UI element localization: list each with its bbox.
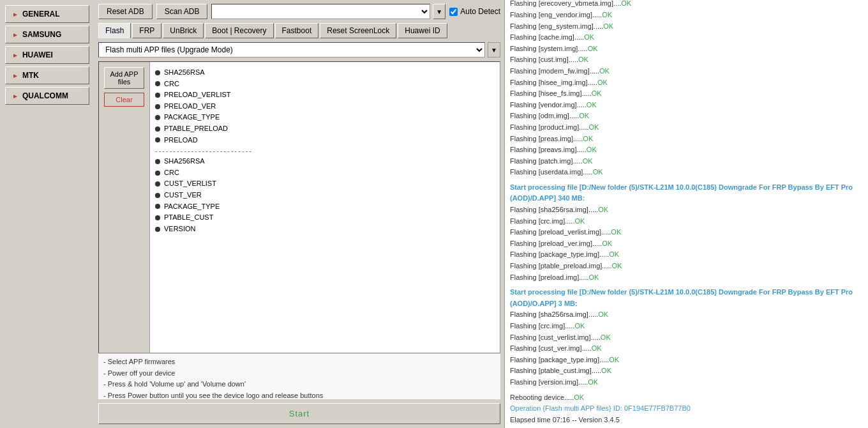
tab-reset_screenlock[interactable]: Reset ScreenLock — [320, 23, 396, 38]
sidebar-item-samsung[interactable]: ►SAMSUNG — [5, 26, 89, 43]
log-text: Elapsed time 07:16 -- Version 3.4.5 — [510, 416, 620, 424]
add-app-files-button[interactable]: Add APP files — [104, 67, 144, 89]
log-text: Flashing [ptable_cust.img]..... — [510, 367, 601, 374]
log-entry: Flashing [preload_verlist.img].....OK — [510, 227, 863, 238]
log-entry: Flashing [crc.img].....OK — [510, 321, 863, 332]
log-text: Flashing [package_type.img]..... — [510, 356, 609, 363]
log-text: OK — [612, 262, 622, 270]
reset-adb-button[interactable]: Reset ADB — [98, 4, 153, 19]
log-text: Flashing [sha256rsa.img]..... — [510, 310, 598, 318]
file-name: CRC — [164, 79, 179, 90]
bullet-icon — [155, 227, 160, 232]
app-panel: Add APP files Clear SHA256RSACRCPRELOAD_… — [98, 61, 500, 353]
log-entry: Flashing [hisee_img.img].....OK — [510, 77, 863, 89]
list-item: CRC — [155, 79, 495, 90]
log-text: Flashing [userdata.img]..... — [510, 168, 593, 176]
start-button[interactable]: Start — [98, 403, 500, 424]
flash-mode-dropdown-button[interactable]: ▼ — [488, 42, 500, 57]
log-text: OK — [609, 356, 619, 363]
log-text: OK — [603, 22, 613, 30]
tab-frp[interactable]: FRP — [132, 23, 161, 38]
log-entry: Flashing [erecovery_vbmeta.img]....OK — [510, 0, 863, 10]
arrow-icon: ► — [12, 52, 19, 59]
log-entry: Flashing [cust.img].....OK — [510, 54, 863, 66]
log-text: OK — [583, 157, 593, 165]
scan-adb-button[interactable]: Scan ADB — [156, 4, 208, 19]
log-text: OK — [602, 240, 612, 247]
log-entry: Start processing file [D:/New folder (5)… — [510, 182, 863, 204]
bullet-icon — [155, 81, 160, 86]
file-name: CUST_VER — [164, 190, 202, 201]
auto-detect-checkbox[interactable] — [449, 8, 458, 16]
log-entry: Flashing [product.img].....OK — [510, 122, 863, 134]
bullet-icon — [155, 126, 160, 132]
file-list: SHA256RSACRCPRELOAD_VERLISTPRELOAD_VERPA… — [150, 62, 500, 353]
log-text: OK — [593, 168, 603, 176]
bullet-icon — [155, 171, 160, 176]
log-entry: Flashing [preload.img].....OK — [510, 272, 863, 284]
bullet-icon — [155, 70, 160, 75]
bullet-icon — [155, 159, 160, 164]
flash-mode-wrap: Flash multi APP files (Upgrade Mode) ▼ — [98, 42, 500, 57]
log-text: Flashing [ptable_preload.img]..... — [510, 262, 612, 270]
sidebar-item-general[interactable]: ►GENERAL — [5, 5, 89, 23]
list-item: PRELOAD — [155, 135, 495, 146]
log-text: Flashing [preavs.img]..... — [510, 146, 587, 153]
sidebar-label: GENERAL — [22, 10, 60, 19]
log-entry: Flashing [preas.img].....OK — [510, 134, 863, 145]
tab-boot_recovery[interactable]: Boot | Recovery — [205, 23, 273, 38]
list-item: PTABLE_CUST — [155, 212, 495, 224]
auto-detect-label: Auto Detect — [460, 7, 500, 16]
list-item: CUST_VERLIST — [155, 178, 495, 190]
log-text: OK — [589, 273, 599, 281]
file-name: SHA256RSA — [164, 156, 205, 167]
log-text: OK — [599, 67, 610, 75]
log-text: OK — [611, 228, 621, 236]
file-name: PRELOAD_VER — [164, 101, 216, 112]
instructions-area: - Select APP firmwares- Power off your d… — [98, 353, 500, 399]
instruction-line: - Press & hold 'Volume up' and 'Volume d… — [103, 379, 495, 390]
sidebar-item-huawei[interactable]: ►HUAWEI — [5, 46, 89, 64]
arrow-icon: ► — [12, 72, 19, 79]
log-entry: Flashing [hisee_fs.img].....OK — [510, 88, 863, 100]
port-select[interactable] — [211, 4, 430, 19]
flash-mode-select[interactable]: Flash multi APP files (Upgrade Mode) — [98, 42, 485, 57]
log-text: OK — [574, 394, 584, 401]
log-text: OK — [583, 135, 593, 142]
separator: --------------------------- — [155, 146, 495, 156]
log-entry: Flashing [eng_system.img].....OK — [510, 21, 863, 33]
log-text: OK — [589, 123, 599, 131]
port-dropdown-button[interactable]: ▼ — [433, 4, 445, 19]
list-item: PTABLE_PRELOAD — [155, 123, 495, 135]
sidebar-item-mtk[interactable]: ►MTK — [5, 66, 89, 84]
list-item: PACKAGE_TYPE — [155, 112, 495, 123]
log-text: Flashing [package_type.img]..... — [510, 250, 609, 258]
log-text: OK — [588, 378, 598, 386]
sidebar-label: QUALCOMM — [22, 91, 68, 100]
bullet-icon — [155, 137, 160, 142]
tab-fastboot[interactable]: Fastboot — [275, 23, 319, 38]
bullet-icon — [155, 193, 160, 198]
list-item: PRELOAD_VER — [155, 101, 495, 112]
tab-unbrick[interactable]: UnBrick — [163, 23, 204, 38]
app-panel-buttons: Add APP files Clear — [99, 62, 150, 353]
file-name: PTABLE_CUST — [164, 212, 213, 224]
tab-huawei_id[interactable]: Huawei ID — [398, 23, 447, 38]
log-text: OK — [609, 250, 619, 258]
log-entry: Flashing [userdata.img].....OK — [510, 167, 863, 178]
log-text: OK — [601, 333, 611, 341]
sidebar-item-qualcomm[interactable]: ►QUALCOMM — [5, 87, 89, 105]
log-text: Flashing [cust.img]..... — [510, 56, 578, 63]
list-item: PRELOAD_VERLIST — [155, 89, 495, 101]
log-entry: Flashing [modem_fw.img].....OK — [510, 66, 863, 77]
clear-button[interactable]: Clear — [104, 93, 144, 107]
bullet-icon — [155, 181, 160, 187]
arrow-icon: ► — [12, 11, 19, 18]
log-text: Flashing [cust_verlist.img]..... — [510, 333, 601, 341]
tab-flash[interactable]: Flash — [98, 23, 131, 38]
log-entry: Flashing [package_type.img].....OK — [510, 249, 863, 261]
log-text: OK — [621, 0, 631, 7]
log-text: OK — [578, 56, 588, 63]
log-text: Start processing file [D:/New folder (5)… — [510, 288, 853, 307]
log-text: Flashing [preas.img]..... — [510, 135, 583, 142]
